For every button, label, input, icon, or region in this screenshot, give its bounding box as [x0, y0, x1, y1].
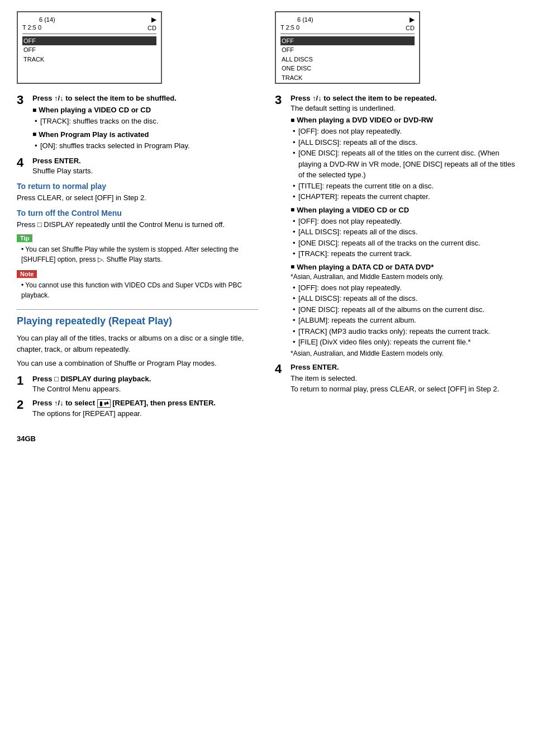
step2-body: The options for [REPEAT] appear.	[32, 409, 258, 418]
display-screen-2: 6 (14) T 2:5 0 ▶ CD OFF OFF ALL DISCS	[275, 11, 420, 84]
left-column: 6 (14) T 2:5 0 ▶ CD OFF OFF TRACK	[17, 11, 258, 423]
note-text: • You cannot use this function with VIDE…	[17, 280, 258, 300]
step4-left-number: 4	[17, 157, 28, 175]
bullet-item: [TITLE]: repeats the current title on a …	[293, 181, 516, 192]
bullet-item: [ONE DISC]: repeats all of the titles on…	[293, 148, 516, 181]
step1-main: 1 Press □ DISPLAY during playback. The C…	[17, 375, 258, 393]
bullet-item: [ON]: shuffles tracks selected in Progra…	[35, 140, 258, 152]
bullet-item: [ONE DISC]: repeats all of the tracks on…	[293, 238, 516, 249]
screen2-track: 6 (14)	[297, 16, 313, 23]
display-screen-1: 6 (14) T 2:5 0 ▶ CD OFF OFF TRACK	[17, 11, 162, 84]
step3-left-number: 3	[17, 94, 28, 151]
step3-left-sub2-bullets: [ON]: shuffles tracks selected in Progra…	[35, 140, 258, 152]
step3-left: 3 Press ↑/↓ to select the item to be shu…	[17, 94, 258, 151]
note-box: Note • You cannot use this function with…	[17, 270, 258, 300]
step1-body: The Control Menu appears.	[32, 385, 258, 393]
bullet-item: [TRACK]: repeats the current track.	[293, 248, 516, 259]
bullet-item: [CHAPTER]: repeats the current chapter.	[293, 191, 516, 202]
screen1-time: T 2:5 0	[22, 23, 55, 31]
bullet-item: [FILE] (DivX video files only): repeats …	[293, 337, 516, 348]
screen2-time: T 2:5 0	[280, 23, 313, 31]
screen2-label: CD	[406, 25, 415, 31]
sub3-asterisk2: *Asian, Australian, and Middle Eastern m…	[291, 349, 516, 357]
right-column: 6 (14) T 2:5 0 ▶ CD OFF OFF ALL DISCS	[275, 11, 516, 423]
step3-right-sub2-bullets: [OFF]: does not play repeatedly. [ALL DI…	[293, 216, 516, 259]
bullet-item: [ALBUM]: repeats the current album.	[293, 315, 516, 326]
step3-right-sub3-bullets: [OFF]: does not play repeatedly. [ALL DI…	[293, 282, 516, 348]
screen2-menu-item-0: OFF	[280, 36, 415, 46]
step1-title: Press □ DISPLAY during playback.	[32, 375, 258, 383]
pause-icon: ▮	[99, 400, 103, 407]
bullet-item: [TRACK]: shuffles tracks on the disc.	[35, 116, 258, 127]
main-intro1: You can play all of the titles, tracks o…	[17, 333, 258, 355]
step4-right: 4 Press ENTER. The item is selected. To …	[275, 363, 516, 395]
screen1-menu-item-1: OFF	[22, 45, 156, 55]
bullet-item: [ONE DISC]: repeats all of the albums on…	[293, 304, 516, 315]
step3-left-sub1-header: When playing a VIDEO CD or CD	[32, 106, 258, 114]
screen1-track: 6 (14)	[39, 16, 55, 23]
repeat-icon: ▮ ⇄	[97, 399, 111, 408]
screen2-menu-item-4: TRACK	[280, 73, 415, 83]
note-label: Note	[17, 270, 37, 278]
repeat-arrows-icon: ⇄	[104, 400, 108, 407]
main-section-title: Playing repeatedly (Repeat Play)	[17, 315, 258, 327]
bullet-item: [OFF]: does not play repeatedly.	[293, 216, 516, 227]
main-intro2: You can use a combination of Shuffle or …	[17, 358, 258, 369]
page-footer: 34GB	[17, 434, 516, 443]
screen1-menu: OFF OFF TRACK	[22, 36, 156, 64]
step3-right-sub3-header: When playing a DATA CD or DATA DVD*	[291, 263, 516, 271]
bullet-item: [OFF]: does not play repeatedly.	[293, 126, 516, 137]
step3-right-sub2-header: When playing a VIDEO CD or CD	[291, 206, 516, 214]
screen2-menu-item-2: ALL DISCS	[280, 55, 415, 64]
bullet-item: [ALL DISCS]: repeats all of the discs.	[293, 137, 516, 148]
step4-right-body1: The item is selected.	[291, 373, 516, 384]
step1-number: 1	[17, 375, 28, 393]
playing-repeatedly-section: Playing repeatedly (Repeat Play) You can…	[17, 309, 258, 418]
screen1-menu-item-2: TRACK	[22, 55, 156, 64]
step3-right-number: 3	[275, 94, 286, 357]
step4-right-title: Press ENTER.	[291, 363, 516, 371]
step3-left-title: Press ↑/↓ to select the item to be shuff…	[32, 94, 258, 102]
to-return-body: Press CLEAR, or select [OFF] in Step 2.	[17, 193, 258, 202]
tip-label: Tip	[17, 234, 32, 242]
tip-text: • You can set Shuffle Play while the sys…	[17, 244, 258, 264]
screen2-menu-item-1: OFF	[280, 45, 415, 55]
step4-right-body2: To return to normal play, press CLEAR, o…	[291, 384, 516, 395]
step2-title: Press ↑/↓ to select ▮ ⇄ [REPEAT], then p…	[32, 399, 258, 408]
step4-left-title: Press ENTER.	[32, 157, 258, 165]
to-turn-off-header: To turn off the Control Menu	[17, 209, 258, 218]
step3-right-title: Press ↑/↓ to select the item to be repea…	[291, 94, 516, 102]
bullet-item: [ALL DISCS]: repeats all of the discs.	[293, 226, 516, 238]
step4-left: 4 Press ENTER. Shuffle Play starts.	[17, 157, 258, 175]
screen2-play-icon: ▶	[410, 16, 415, 23]
step3-right-sub1-bullets: [OFF]: does not play repeatedly. [ALL DI…	[293, 126, 516, 202]
page-number: 34GB	[17, 434, 36, 443]
bullet-item: [TRACK] (MP3 audio tracks only): repeats…	[293, 326, 516, 337]
step3-right-sub1-header: When playing a DVD VIDEO or DVD-RW	[291, 116, 516, 124]
step2-main: 2 Press ↑/↓ to select ▮ ⇄ [REPEAT], then…	[17, 399, 258, 418]
screen2-menu: OFF OFF ALL DISCS ONE DISC TRACK	[280, 36, 415, 83]
step3-right-default-note: The default setting is underlined.	[291, 104, 516, 112]
screen2-menu-item-3: ONE DISC	[280, 64, 415, 73]
step3-left-sub1-bullets: [TRACK]: shuffles tracks on the disc.	[35, 116, 258, 127]
sub3-asterisk: *Asian, Australian, and Middle Eastern m…	[291, 273, 516, 281]
to-return-header: To return to normal play	[17, 182, 258, 191]
step3-right: 3 Press ↑/↓ to select the item to be rep…	[275, 94, 516, 357]
screen1-play-icon: ▶	[151, 16, 156, 23]
screen1-label: CD	[147, 25, 156, 31]
step2-number: 2	[17, 399, 28, 418]
bullet-item: [OFF]: does not play repeatedly.	[293, 282, 516, 294]
to-turn-off-body: Press □ DISPLAY repeatedly until the Con…	[17, 220, 258, 229]
step4-left-body: Shuffle Play starts.	[32, 167, 258, 175]
step3-left-sub2-header: When Program Play is activated	[32, 130, 258, 139]
step4-right-number: 4	[275, 363, 286, 395]
screen1-menu-item-0: OFF	[22, 36, 156, 46]
bullet-item: [ALL DISCS]: repeats all of the discs.	[293, 293, 516, 304]
tip-box: Tip • You can set Shuffle Play while the…	[17, 234, 258, 264]
